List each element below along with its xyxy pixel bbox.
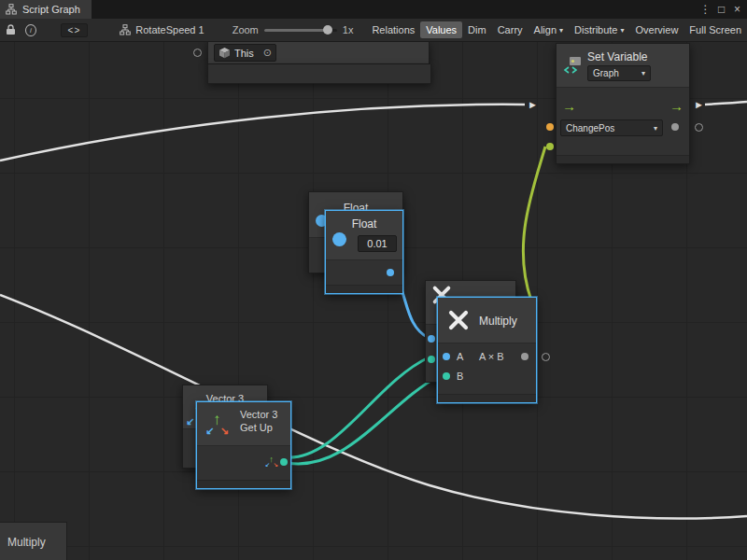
this-node-row[interactable]: This ⊙ <box>207 41 430 64</box>
vector3-output-port[interactable] <box>280 458 288 466</box>
cube-icon <box>218 47 231 59</box>
script-graph-icon <box>120 24 131 35</box>
toolbar-button-distribute[interactable]: Distribute ▾ <box>569 21 629 38</box>
down-left-arrow-icon: ↙ <box>205 425 214 437</box>
status-tooltip-text: Multiply <box>7 536 46 549</box>
toolbar-button-values[interactable]: Values <box>420 21 462 38</box>
down-left-arrow-icon: ↙ <box>186 415 194 427</box>
zoom-slider[interactable] <box>264 29 337 32</box>
multiply-footer <box>438 394 536 402</box>
multiply-output-label: A × B <box>479 351 504 362</box>
float-header: Float 0.01 <box>326 211 402 260</box>
node-multiply[interactable]: Multiply A A × B B <box>437 297 537 403</box>
toolbar-button-dim[interactable]: Dim <box>462 21 492 38</box>
float-value-field[interactable]: 0.01 <box>358 235 397 252</box>
tab-script-graph[interactable]: Script Graph <box>0 0 92 19</box>
multiply-back-input-b-port[interactable] <box>428 356 435 363</box>
chevron-down-icon: ▾ <box>654 124 657 133</box>
flow-wire-arrowhead-right: ► <box>694 100 704 110</box>
window-menu-icon[interactable]: ⋮ <box>698 0 713 19</box>
multiply-output-ring-port[interactable] <box>542 353 550 361</box>
multiply-header: Multiply <box>438 298 536 343</box>
align-label: Align <box>534 24 557 35</box>
down-right-arrow-icon: ↘ <box>274 462 278 469</box>
multiply-icon <box>447 309 470 331</box>
vector3-operation: Get Up <box>240 422 277 433</box>
multiply-output-port[interactable] <box>521 353 529 360</box>
variable-output-ring-port[interactable] <box>695 123 703 132</box>
float-footer <box>326 285 402 293</box>
flow-in-port[interactable]: → <box>562 99 576 113</box>
set-variable-icon <box>563 56 582 75</box>
float-output-port[interactable] <box>387 269 394 276</box>
zoom-label: Zoom <box>233 24 259 35</box>
toolbar-button-align[interactable]: Align ▾ <box>529 21 569 38</box>
distribute-label: Distribute <box>574 24 617 35</box>
node-set-variable[interactable]: Set Variable Graph ▾ → → ChangePos ▾ <box>556 43 690 164</box>
script-graph-window: ► ► This ⊙ Set Variable <box>0 0 747 560</box>
status-tooltip: Multiply <box>0 522 67 560</box>
chevron-down-icon: ▾ <box>559 26 563 35</box>
window-maximize-icon[interactable]: □ <box>713 0 729 19</box>
lock-icon[interactable] <box>6 24 16 35</box>
variable-scope-dropdown[interactable]: Graph ▾ <box>587 65 651 81</box>
this-node-body[interactable] <box>207 64 431 84</box>
multiply-input-b-label: B <box>457 371 463 382</box>
down-left-arrow-icon: ↙ <box>265 462 270 469</box>
this-object-label: This <box>234 48 254 59</box>
float-title: Float <box>326 211 402 231</box>
variable-scope-value: Graph <box>593 68 619 78</box>
multiply-title: Multiply <box>479 315 517 328</box>
value-input-port[interactable] <box>546 143 554 150</box>
variable-name-port[interactable] <box>546 123 554 131</box>
float-type-icon <box>332 232 346 246</box>
breadcrumb[interactable]: RotateSpeed 1 <box>120 24 204 35</box>
multiply-input-b-port[interactable] <box>443 372 450 380</box>
vector3-title: Vector 3 <box>240 409 277 420</box>
edit-graph-icon[interactable]: <> <box>61 23 89 37</box>
flow-out-port[interactable]: → <box>669 99 684 113</box>
vector3-footer <box>197 480 290 488</box>
toolbar-button-carry[interactable]: Carry <box>492 21 529 38</box>
this-input-port[interactable] <box>193 49 202 57</box>
multiply-input-a-port[interactable] <box>443 353 450 360</box>
vector3-header: ↑ ↙ ↘ Vector 3 Get Up <box>197 402 290 446</box>
info-icon[interactable]: i <box>25 24 36 36</box>
node-float[interactable]: Float 0.01 <box>325 210 403 294</box>
graph-name: RotateSpeed 1 <box>135 24 204 35</box>
titlebar: Script Graph ⋮ □ × <box>0 0 747 19</box>
toolbar-button-relations[interactable]: Relations <box>366 21 420 38</box>
variable-name-value: ChangePos <box>566 123 614 133</box>
toolbar: i <> RotateSpeed 1 Zoom 1x Relations Val… <box>0 19 747 42</box>
vector3-output-type-icon: ↑ ↙ ↘ <box>265 455 277 468</box>
chevron-down-icon: ▾ <box>641 69 645 77</box>
multiply-back-input-a-port[interactable] <box>428 335 435 343</box>
set-variable-title: Set Variable <box>587 50 651 63</box>
tab-title: Script Graph <box>22 4 80 15</box>
chevron-down-icon: ▾ <box>621 26 625 35</box>
down-right-arrow-icon: ↘ <box>220 425 229 437</box>
window-controls: ⋮ □ × <box>698 0 747 19</box>
window-close-icon[interactable]: × <box>729 0 745 19</box>
this-object-field[interactable]: This ⊙ <box>214 44 276 62</box>
variable-name-dropdown[interactable]: ChangePos ▾ <box>560 119 663 136</box>
multiply-input-a-label: A <box>457 351 463 362</box>
toolbar-button-full-screen[interactable]: Full Screen <box>684 21 747 38</box>
zoom-slider-knob[interactable] <box>323 25 332 35</box>
zoom-value: 1x <box>343 24 354 35</box>
vector3-icon: ↑ ↙ ↘ <box>206 413 229 436</box>
flow-wire-arrowhead-left: ► <box>528 100 538 110</box>
variable-output-port[interactable] <box>671 123 679 131</box>
toolbar-button-overview[interactable]: Overview <box>630 21 684 38</box>
set-variable-footer <box>557 155 689 163</box>
object-picker-icon[interactable]: ⊙ <box>263 47 272 59</box>
node-vector3-get-up[interactable]: ↑ ↙ ↘ Vector 3 Get Up ↑ ↙ ↘ <box>196 401 291 489</box>
zoom-slider-fill <box>264 29 328 32</box>
script-graph-icon <box>6 4 17 15</box>
set-variable-header: Set Variable Graph ▾ <box>557 44 689 88</box>
